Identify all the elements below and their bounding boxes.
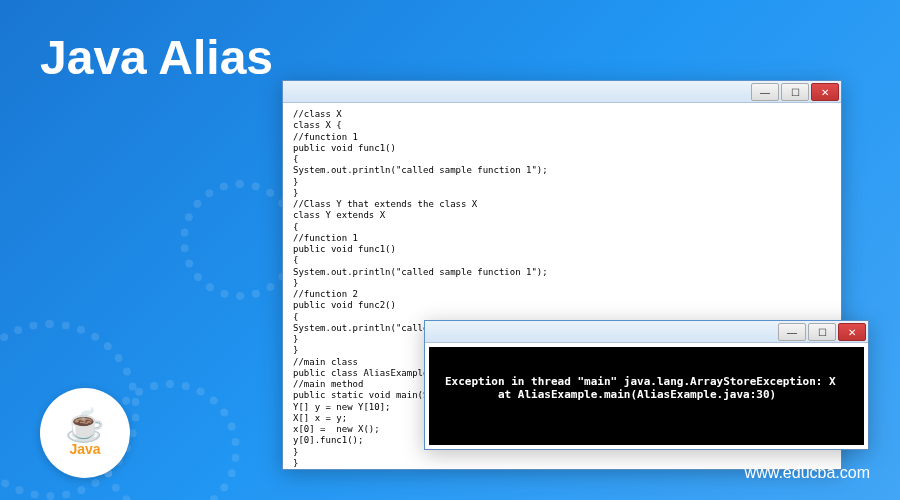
minimize-button[interactable]: — [751, 83, 779, 101]
page-title: Java Alias [40, 30, 273, 85]
console-window: — ☐ ✕ Exception in thread "main" java.la… [424, 320, 869, 450]
java-logo-badge: ☕ Java [40, 388, 130, 478]
maximize-button[interactable]: ☐ [808, 323, 836, 341]
window-titlebar: — ☐ ✕ [425, 321, 868, 343]
console-output: Exception in thread "main" java.lang.Arr… [429, 347, 864, 445]
window-titlebar: — ☐ ✕ [283, 81, 841, 103]
java-logo-text: Java [69, 441, 100, 457]
website-url: www.educba.com [745, 464, 870, 482]
close-button[interactable]: ✕ [838, 323, 866, 341]
java-cup-icon: ☕ [65, 409, 105, 441]
maximize-button[interactable]: ☐ [781, 83, 809, 101]
close-button[interactable]: ✕ [811, 83, 839, 101]
minimize-button[interactable]: — [778, 323, 806, 341]
